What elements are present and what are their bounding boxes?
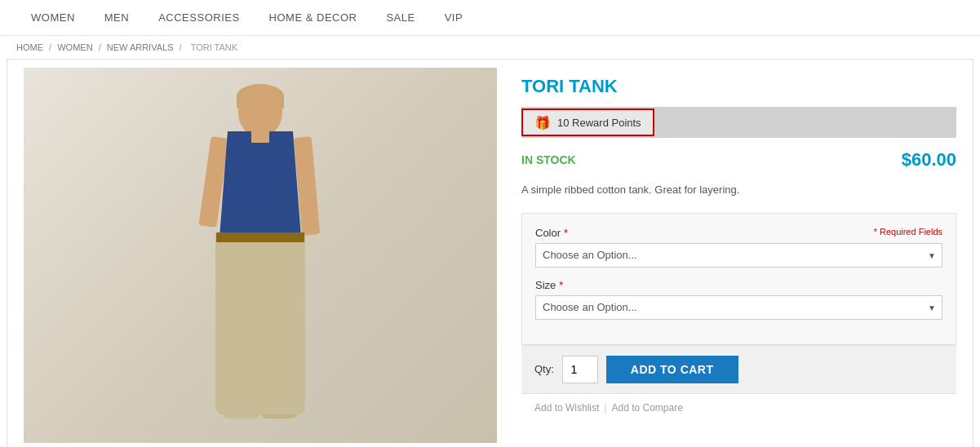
figure-neck (251, 128, 269, 143)
breadcrumb-sep-1: / (49, 42, 54, 52)
size-required-star: * (559, 279, 563, 291)
wish-compare-separator: | (604, 402, 606, 414)
add-to-compare-link[interactable]: Add to Compare (611, 402, 682, 414)
size-option-row: Size * Choose an Option... ▼ (535, 279, 942, 320)
options-area: * Required Fields Color * Choose an Opti… (521, 213, 956, 345)
nav-item-sale[interactable]: SALE (371, 0, 429, 36)
color-option-row: * Required Fields Color * Choose an Opti… (535, 227, 942, 268)
add-to-cart-button[interactable]: ADD TO CART (606, 356, 738, 383)
product-description: A simple ribbed cotton tank. Great for l… (521, 182, 956, 198)
color-label-text: Color (535, 227, 561, 239)
product-image-area (24, 68, 497, 443)
nav-item-women[interactable]: WOMEN (16, 0, 90, 36)
main-container: TORI TANK 🎁 10 Reward Points IN STOCK $6… (7, 59, 973, 447)
nav-item-vip[interactable]: VIP (430, 0, 477, 36)
stock-price-row: IN STOCK $60.00 (521, 149, 956, 170)
figure (171, 84, 350, 427)
stock-status: IN STOCK (521, 153, 576, 166)
size-label-text: Size (535, 279, 556, 291)
size-select-wrapper: Choose an Option... ▼ (535, 295, 942, 320)
nav-item-home-decor[interactable]: HOME & DECOR (255, 0, 372, 36)
reward-bar-outer: 🎁 10 Reward Points (521, 107, 956, 138)
nav-item-men[interactable]: MEN (90, 0, 144, 36)
breadcrumb-sep-3: / (180, 42, 184, 52)
figure-body-bottom (215, 235, 305, 414)
nav-item-accessories[interactable]: ACCESSORIES (144, 0, 254, 36)
required-fields-note: * Required Fields (874, 227, 942, 237)
color-required-star: * (564, 227, 568, 239)
breadcrumb: HOME / WOMEN / NEW ARRIVALS / TORI TANK (0, 36, 980, 59)
breadcrumb-women[interactable]: WOMEN (57, 42, 92, 52)
reward-icon: 🎁 (534, 115, 551, 131)
product-title: TORI TANK (521, 76, 956, 97)
breadcrumb-new-arrivals[interactable]: NEW ARRIVALS (107, 42, 174, 52)
qty-input[interactable] (562, 356, 598, 383)
breadcrumb-current: TORI TANK (191, 42, 237, 52)
color-select[interactable]: Choose an Option... (535, 243, 942, 268)
reward-box: 🎁 10 Reward Points (521, 108, 654, 136)
figure-belt (216, 232, 304, 242)
breadcrumb-sep-2: / (99, 42, 104, 52)
wish-compare-row: Add to Wishlist | Add to Compare (521, 393, 956, 422)
size-select[interactable]: Choose an Option... (535, 295, 942, 320)
breadcrumb-home[interactable]: HOME (16, 42, 43, 52)
size-label: Size * (535, 279, 942, 291)
qty-label: Qty: (534, 363, 554, 375)
color-select-wrapper: Choose an Option... ▼ (535, 243, 942, 268)
product-image (24, 68, 497, 443)
product-price: $60.00 (902, 149, 956, 170)
product-details: TORI TANK 🎁 10 Reward Points IN STOCK $6… (497, 68, 956, 443)
figure-body-top (220, 131, 301, 237)
main-nav: WOMEN MEN ACCESSORIES HOME & DECOR SALE … (0, 0, 980, 36)
add-to-wishlist-link[interactable]: Add to Wishlist (534, 402, 599, 414)
cart-row: Qty: ADD TO CART (521, 345, 956, 393)
reward-text: 10 Reward Points (557, 117, 641, 129)
